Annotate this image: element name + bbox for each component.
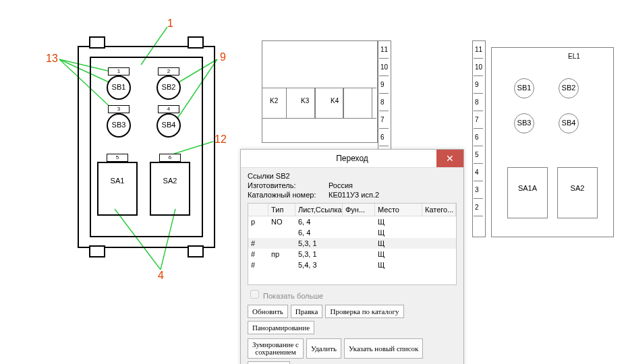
refresh-button[interactable]: Обновить	[248, 305, 288, 318]
sb3-button: SB33	[107, 113, 131, 138]
zoom-in-button[interactable]: Увеличить	[248, 361, 290, 364]
callout-12: 12	[215, 133, 227, 146]
sb4-button: SB44	[156, 113, 181, 138]
panel-foot	[188, 36, 204, 49]
panel-foot	[89, 245, 105, 257]
pan-button[interactable]: Панорамирование	[248, 321, 314, 334]
r-sa2: SA2	[557, 167, 598, 218]
r-sb3: SB3	[514, 113, 534, 133]
r-sb1: SB1	[514, 78, 534, 98]
transition-dialog: Переход ✕ Ссылки SB2 Изготовитель:Россия…	[240, 149, 464, 364]
zoom-save-button[interactable]: Зумирование с сохранением	[248, 338, 304, 359]
close-icon[interactable]: ✕	[436, 150, 463, 167]
mfr-value: Россия	[329, 181, 353, 189]
callout-13: 13	[46, 53, 58, 65]
sa1-box: SA15	[97, 162, 138, 216]
links-label: Ссылки	[248, 172, 274, 180]
cat-label: Каталожный номер:	[248, 191, 329, 199]
mfr-label: Изготовитель:	[248, 181, 329, 189]
callout-1: 1	[167, 18, 173, 30]
links-value: SB2	[276, 172, 290, 180]
show-more-checkbox[interactable]: Показать больше	[248, 288, 457, 301]
sa2-box: SA26	[150, 162, 190, 216]
r-sb4: SB4	[559, 113, 579, 133]
panel-foot	[188, 245, 204, 257]
dialog-titlebar[interactable]: Переход ✕	[241, 150, 463, 168]
r-sa1a: SA1A	[507, 167, 548, 218]
callout-9: 9	[220, 51, 226, 63]
sb2-button: SB22	[156, 75, 181, 100]
edit-button[interactable]: Правка	[291, 305, 323, 318]
new-list-button[interactable]: Указать новый список	[344, 338, 423, 359]
grid-header: Тип Лист,Ссылка Фун... Место Катего...	[248, 204, 456, 216]
dialog-title: Переход	[336, 154, 368, 163]
show-more-check[interactable]	[250, 290, 259, 299]
grid-row[interactable]: #5,3, 1Щ	[248, 238, 456, 249]
panel-foot	[89, 36, 105, 49]
grid-row[interactable]: 6, 4Щ	[248, 227, 456, 238]
catalog-check-button[interactable]: Проверка по каталогу	[325, 305, 403, 318]
r-sb2: SB2	[559, 78, 579, 98]
sb1-button: SB11	[107, 75, 131, 100]
callout-4: 4	[158, 270, 164, 282]
grid-row[interactable]: #пр5,3, 1Щ	[248, 249, 456, 260]
links-grid[interactable]: Тип Лист,Ссылка Фун... Место Катего... р…	[248, 203, 457, 285]
el1-label: EL1	[568, 53, 580, 60]
grid-row[interactable]: #5,4, 3Щ	[248, 260, 456, 270]
delete-button[interactable]: Удалить	[306, 338, 341, 359]
cat-value: КЕ011У3 исп.2	[329, 191, 379, 199]
grid-row[interactable]: рNO6, 4Щ	[248, 216, 456, 227]
